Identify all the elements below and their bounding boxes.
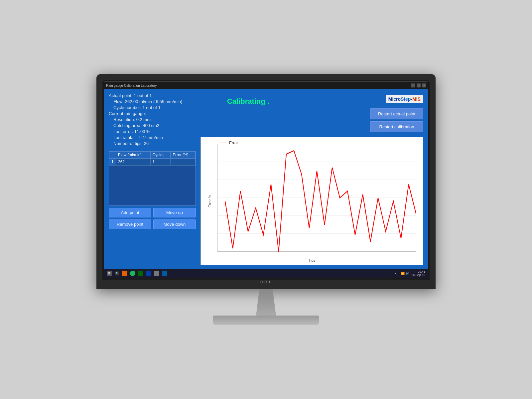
current-rain-gauge-label: Current rain gauge:: [109, 111, 196, 116]
data-table-container: Flow [ml/min] Cycles Error [%] 1 262 1 -: [109, 151, 196, 206]
logo-area: Micro Step - MIS: [386, 95, 423, 103]
logo-micro: Micro: [388, 96, 401, 102]
left-panel: Actual point: 1 out of 1 Flow: 262.00 ml…: [104, 89, 200, 269]
monitor-stand-neck: [249, 289, 283, 316]
search-taskbar-button[interactable]: 🔍: [115, 271, 119, 276]
maximize-button[interactable]: □: [417, 83, 421, 87]
restart-actual-point-button[interactable]: Restart actual point: [370, 108, 423, 119]
taskbar-app-2[interactable]: [130, 271, 135, 276]
start-button[interactable]: ⊞: [107, 271, 112, 276]
actual-point-label: Actual point: 1 out of 1: [109, 93, 196, 98]
right-panel: Calibrating . Micro Step - MIS Restart a…: [200, 89, 428, 269]
monitor-screen-outer: Rain gauge Calibration Laboratory _ □ ✕ …: [96, 74, 436, 289]
number-of-tips-label: Number of tips: 26: [113, 141, 196, 146]
minimize-button[interactable]: _: [411, 83, 415, 87]
app-content: Actual point: 1 out of 1 Flow: 262.00 ml…: [104, 89, 428, 269]
move-down-button[interactable]: Move down: [153, 219, 196, 229]
col-header-cycles: Cycles: [150, 152, 171, 159]
row-error: -: [171, 159, 196, 166]
move-up-button[interactable]: Move up: [153, 208, 196, 217]
monitor-wrapper: Rain gauge Calibration Laboratory _ □ ✕ …: [96, 74, 436, 325]
dell-label: DELL: [260, 280, 272, 284]
row-cycles: 1: [150, 159, 171, 166]
chart-legend: Error: [219, 141, 238, 145]
col-header-error: Error [%]: [171, 152, 196, 159]
monitor-stand-base: [213, 316, 319, 325]
row-flow: 262: [116, 159, 151, 166]
last-rainfall-label: Last rainfall: 7.27 mm/min: [113, 135, 196, 140]
button-row-2: Remove point Move down: [109, 219, 196, 229]
last-error-label: Last error: 11.03 %: [113, 129, 196, 134]
taskbar-app-5[interactable]: [154, 271, 159, 276]
remove-point-button[interactable]: Remove point: [109, 219, 151, 229]
legend-line-icon: [219, 143, 227, 143]
chart-area: Error Error % Tips: [200, 137, 423, 265]
monitor-bottom-bar: DELL: [102, 280, 430, 284]
taskbar: ⊞ 🔍 ▲ ☰ 📶 🔊 09:41 16-Sep-19: [104, 269, 428, 278]
title-bar-controls: _ □ ✕: [411, 83, 426, 87]
action-buttons: Restart actual point Restart calibration: [370, 108, 423, 132]
calibrating-label: Calibrating .: [200, 92, 269, 106]
info-section: Actual point: 1 out of 1 Flow: 262.00 ml…: [109, 93, 196, 147]
taskbar-time: 09:41: [411, 270, 425, 273]
taskbar-app-4[interactable]: [146, 271, 151, 276]
monitor-bezel: Rain gauge Calibration Laboratory _ □ ✕ …: [102, 80, 430, 280]
chart-x-axis-label: Tips: [309, 258, 315, 262]
chart-legend-label: Error: [229, 141, 238, 145]
system-tray: ▲ ☰ 📶 🔊: [394, 272, 409, 275]
taskbar-app-1[interactable]: [122, 271, 127, 276]
col-header-num: [109, 152, 116, 159]
taskbar-date: 16-Sep-19: [411, 273, 425, 277]
button-row-1: Add point Move up: [109, 208, 196, 217]
app-window: Rain gauge Calibration Laboratory _ □ ✕ …: [104, 81, 428, 278]
catching-area-label: Catching area: 400 cm2: [113, 123, 196, 128]
cycle-number-label: Cycle number: 1 out of 1: [113, 105, 196, 110]
chart-y-axis-label: Error %: [208, 195, 212, 207]
taskbar-app-3[interactable]: [138, 271, 143, 276]
logo-step: Step: [401, 96, 411, 102]
data-table: Flow [ml/min] Cycles Error [%] 1 262 1 -: [109, 151, 196, 166]
table-empty-area: [109, 166, 196, 205]
resolution-label: Resolution: 0.2 mm: [113, 117, 196, 122]
chart-svg: 3 3 2 2 1 1 0 5 10 15: [217, 144, 416, 252]
taskbar-right: ▲ ☰ 📶 🔊 09:41 16-Sep-19: [394, 270, 425, 277]
window-title: Rain gauge Calibration Laboratory: [106, 84, 157, 87]
close-button[interactable]: ✕: [422, 83, 426, 87]
taskbar-left: ⊞ 🔍: [107, 271, 167, 276]
add-point-button[interactable]: Add point: [109, 208, 151, 217]
title-bar: Rain gauge Calibration Laboratory _ □ ✕: [104, 82, 428, 89]
flow-label: Flow: 262.00 ml/min ( 6.55 mm/min): [113, 99, 196, 104]
restart-calibration-button[interactable]: Restart calibration: [370, 121, 423, 132]
col-header-flow: Flow [ml/min]: [116, 152, 151, 159]
logo-mis: MIS: [412, 96, 421, 102]
table-row[interactable]: 1 262 1 -: [109, 159, 196, 166]
taskbar-app-6[interactable]: [162, 271, 167, 276]
row-num: 1: [109, 159, 116, 166]
top-right: Calibrating . Micro Step - MIS Restart a…: [200, 92, 423, 132]
